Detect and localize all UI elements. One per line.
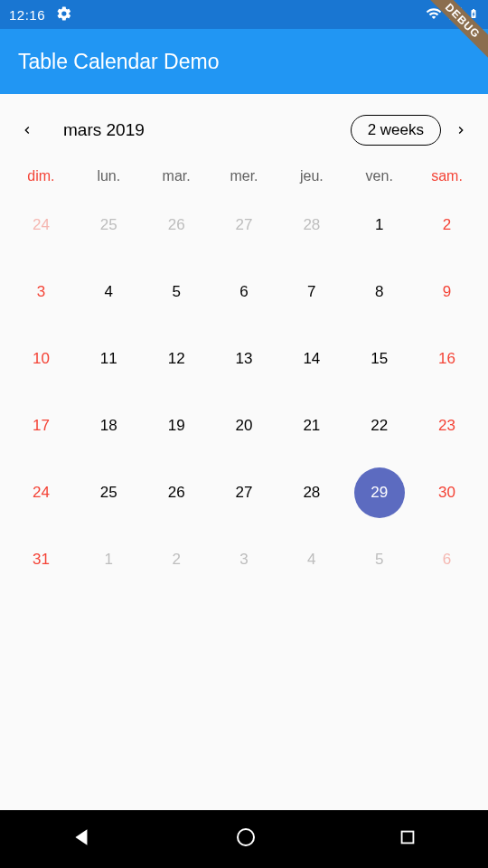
day-number: 14: [303, 350, 320, 368]
triangle-back-icon: [70, 826, 94, 849]
square-recent-icon: [398, 827, 418, 847]
day-cell[interactable]: 24: [7, 192, 75, 259]
day-cell[interactable]: 31: [7, 526, 75, 593]
day-cell[interactable]: 10: [7, 326, 75, 392]
back-button[interactable]: [70, 826, 94, 853]
day-cell[interactable]: 5: [345, 526, 413, 593]
day-number: 28: [303, 484, 320, 502]
day-cell[interactable]: 21: [277, 392, 345, 459]
day-cell[interactable]: 2: [143, 526, 211, 593]
day-number: 1: [375, 216, 383, 234]
day-cell[interactable]: 20: [211, 392, 278, 459]
day-cell[interactable]: 9: [413, 259, 481, 326]
chevron-left-icon: [20, 123, 34, 137]
day-cell[interactable]: 17: [7, 392, 75, 459]
weekday-row: dim.lun.mar.mer.jeu.ven.sam.: [0, 161, 488, 192]
day-cell[interactable]: 25: [75, 459, 143, 526]
day-cell[interactable]: 16: [413, 326, 481, 392]
day-cell[interactable]: 4: [277, 526, 345, 593]
day-number: 30: [438, 484, 455, 502]
day-number: 2: [443, 216, 451, 234]
day-number: 13: [236, 350, 253, 368]
svg-rect-1: [402, 832, 414, 844]
day-cell[interactable]: 2: [413, 192, 481, 259]
day-number: 5: [172, 283, 180, 301]
signal-icon: [448, 5, 463, 24]
recent-apps-button[interactable]: [398, 827, 418, 851]
day-number: 15: [371, 350, 388, 368]
day-number: 11: [100, 350, 117, 368]
day-cell[interactable]: 4: [75, 259, 143, 326]
day-number: 20: [236, 417, 253, 435]
calendar-header: mars 2019 2 weeks: [0, 94, 488, 161]
day-cell[interactable]: 28: [277, 192, 345, 259]
day-cell[interactable]: 6: [413, 526, 481, 593]
day-number: 28: [303, 216, 320, 234]
day-cell[interactable]: 22: [345, 392, 413, 459]
calendar-grid: 2425262728123456789101112131415161718192…: [0, 192, 488, 593]
status-bar: 12:16: [0, 0, 488, 29]
day-number: 25: [100, 484, 117, 502]
day-number: 2: [172, 551, 180, 569]
day-cell[interactable]: 8: [345, 259, 413, 326]
day-cell[interactable]: 29: [345, 459, 413, 526]
day-number: 7: [307, 283, 315, 301]
day-cell[interactable]: 30: [413, 459, 481, 526]
day-number: 27: [236, 484, 253, 502]
status-time: 12:16: [9, 7, 45, 23]
chevron-right-icon: [454, 123, 468, 137]
weekday-label: ven.: [345, 168, 413, 184]
day-cell[interactable]: 14: [277, 326, 345, 392]
prev-month-button[interactable]: [7, 110, 47, 150]
day-cell[interactable]: 15: [345, 326, 413, 392]
day-number: 12: [168, 350, 185, 368]
day-number: 16: [438, 350, 455, 368]
svg-point-0: [238, 829, 254, 845]
day-number: 17: [33, 417, 50, 435]
home-button[interactable]: [235, 826, 257, 852]
weekday-label: mer.: [211, 168, 278, 184]
day-cell[interactable]: 27: [211, 459, 278, 526]
day-number: 4: [105, 283, 113, 301]
day-number: 19: [168, 417, 185, 435]
day-number: 3: [239, 551, 248, 569]
day-cell[interactable]: 24: [7, 459, 75, 526]
day-cell[interactable]: 1: [345, 192, 413, 259]
weekday-label: mar.: [143, 168, 211, 184]
day-number: 26: [168, 484, 185, 502]
day-cell[interactable]: 1: [75, 526, 143, 593]
weekday-label: jeu.: [277, 168, 345, 184]
day-number: 23: [438, 417, 455, 435]
battery-icon: [468, 5, 479, 25]
day-cell[interactable]: 19: [143, 392, 211, 459]
app-bar: Table Calendar Demo: [0, 29, 488, 94]
weekday-label: lun.: [75, 168, 143, 184]
day-number: 3: [37, 283, 45, 301]
day-cell[interactable]: 25: [75, 192, 143, 259]
next-month-button[interactable]: [441, 110, 481, 150]
day-cell[interactable]: 28: [277, 459, 345, 526]
day-cell[interactable]: 26: [143, 459, 211, 526]
day-number: 6: [239, 283, 248, 301]
day-cell[interactable]: 3: [211, 526, 278, 593]
day-cell[interactable]: 18: [75, 392, 143, 459]
day-cell[interactable]: 23: [413, 392, 481, 459]
day-cell[interactable]: 6: [211, 259, 278, 326]
day-cell[interactable]: 13: [211, 326, 278, 392]
day-number: 8: [375, 283, 383, 301]
day-cell[interactable]: 27: [211, 192, 278, 259]
day-cell[interactable]: 11: [75, 326, 143, 392]
day-number: 4: [307, 551, 315, 569]
day-number: 31: [33, 551, 50, 569]
month-title: mars 2019: [63, 120, 145, 140]
weekday-label: dim.: [7, 168, 75, 184]
view-toggle-button[interactable]: 2 weeks: [351, 115, 441, 146]
day-cell[interactable]: 12: [143, 326, 211, 392]
day-cell[interactable]: 7: [277, 259, 345, 326]
day-number: 10: [33, 350, 50, 368]
day-cell[interactable]: 3: [7, 259, 75, 326]
day-cell[interactable]: 5: [143, 259, 211, 326]
system-nav-bar: [0, 810, 488, 868]
wifi-icon: [425, 5, 443, 24]
day-cell[interactable]: 26: [143, 192, 211, 259]
